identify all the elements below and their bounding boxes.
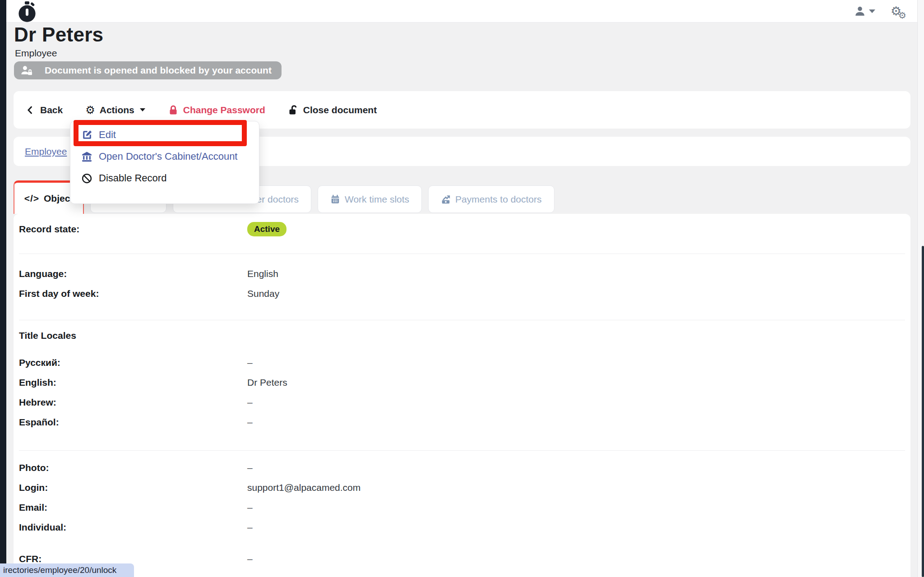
bank-icon	[81, 151, 92, 162]
tab-payments-to-doctors[interactable]: Payments to doctors	[428, 185, 554, 213]
tab-label: Object	[44, 193, 73, 204]
gear-icon: ⚙	[898, 6, 906, 24]
window-edge-strip	[0, 0, 6, 577]
field-label: Photo:	[19, 462, 247, 473]
field-label: Русский:	[19, 357, 247, 368]
chevron-left-icon	[25, 105, 36, 115]
field-label: Language:	[19, 268, 247, 279]
field-label: English:	[19, 377, 247, 388]
change-password-label: Change Password	[183, 105, 265, 115]
field-value: –	[247, 502, 905, 513]
lock-open-icon	[288, 105, 299, 115]
close-document-label: Close document	[303, 105, 377, 115]
page-title: Dr Peters	[14, 23, 103, 46]
detail-row-hebrew: Hebrew: –	[19, 392, 905, 412]
detail-row-cfr: CFR: –	[19, 549, 905, 569]
scrollbar-thumb[interactable]	[922, 246, 924, 577]
settings-button[interactable]: ⚙ ⚙	[891, 2, 910, 20]
money-trend-icon	[441, 194, 451, 204]
detail-row-login: Login: support1@alpacamed.com	[19, 478, 905, 498]
field-value: –	[247, 462, 905, 473]
calendar-icon	[330, 194, 340, 204]
field-value: –	[247, 522, 905, 533]
menu-item-disable-record[interactable]: Disable Record	[70, 167, 259, 189]
menu-item-label: Open Doctor's Cabinet/Account	[99, 151, 237, 162]
field-value: –	[247, 554, 905, 564]
code-icon: </>	[24, 193, 39, 204]
field-value: –	[247, 397, 905, 408]
caret-down-icon	[140, 108, 145, 111]
detail-row-first-day-of-week: First day of week: Sunday	[19, 284, 905, 304]
field-label: Login:	[19, 482, 247, 493]
detail-row-photo: Photo: –	[19, 458, 905, 478]
object-detail-panel: Record state: Active Language: English F…	[14, 214, 910, 577]
ban-icon	[81, 173, 92, 184]
detail-row-language: Language: English	[19, 264, 905, 284]
field-label: Español:	[19, 417, 247, 428]
edit-icon	[81, 129, 92, 141]
back-button[interactable]: Back	[25, 105, 63, 115]
document-locked-banner: Document is opened and blocked by your a…	[14, 61, 282, 79]
tab-label: Payments to doctors	[455, 194, 541, 205]
section-title-title-locales: Title Locales	[19, 329, 905, 342]
menu-item-label: Edit	[99, 129, 116, 141]
actions-dropdown-menu: Edit Open Doctor's Cabinet/Account Disab…	[70, 121, 259, 204]
field-value: –	[247, 357, 905, 368]
detail-row-russian: Русский: –	[19, 353, 905, 373]
detail-row-english: English: Dr Peters	[19, 373, 905, 392]
back-label: Back	[40, 105, 63, 115]
tab-label: Work time slots	[345, 194, 409, 205]
field-label: First day of week:	[19, 288, 247, 299]
caret-down-icon	[869, 9, 875, 13]
field-value: Sunday	[247, 288, 905, 299]
detail-row-individual: Individual: –	[19, 517, 905, 537]
field-value: English	[247, 268, 905, 279]
field-value: support1@alpacamed.com	[247, 482, 905, 493]
menu-item-label: Disable Record	[99, 172, 166, 184]
top-app-bar: ⚙ ⚙	[6, 0, 924, 23]
field-label: CFR:	[19, 554, 247, 564]
menu-item-open-doctors-cabinet[interactable]: Open Doctor's Cabinet/Account	[70, 146, 259, 167]
menu-item-edit[interactable]: Edit	[70, 124, 259, 146]
page-subtitle: Employee	[15, 48, 57, 59]
breadcrumb-employee-link[interactable]: Employee	[25, 146, 67, 157]
field-label: Individual:	[19, 522, 247, 533]
field-value: –	[247, 417, 905, 428]
detail-row-espanol: Español: –	[19, 412, 905, 432]
user-icon	[854, 5, 866, 17]
actions-dropdown-button[interactable]: ⚙ Actions	[85, 105, 145, 115]
actions-label: Actions	[100, 105, 134, 115]
field-label: Record state:	[19, 224, 247, 235]
change-password-button[interactable]: Change Password	[168, 105, 265, 115]
detail-row-record-state: Record state: Active	[19, 219, 905, 239]
close-document-button[interactable]: Close document	[288, 105, 377, 115]
banner-text: Document is opened and blocked by your a…	[45, 65, 272, 76]
person-lock-icon	[20, 65, 33, 76]
status-badge: Active	[247, 222, 286, 236]
tab-work-time-slots[interactable]: Work time slots	[318, 185, 422, 213]
stopwatch-logo-icon[interactable]	[17, 1, 37, 22]
field-value: Dr Peters	[247, 377, 905, 388]
link-preview-statusbar: irectories/employee/20/unlock	[0, 563, 134, 577]
detail-row-email: Email: –	[19, 498, 905, 517]
gear-icon: ⚙	[85, 105, 95, 115]
field-label: Email:	[19, 502, 247, 513]
user-menu-button[interactable]	[854, 5, 875, 17]
field-label: Hebrew:	[19, 397, 247, 408]
lock-icon	[168, 105, 179, 115]
